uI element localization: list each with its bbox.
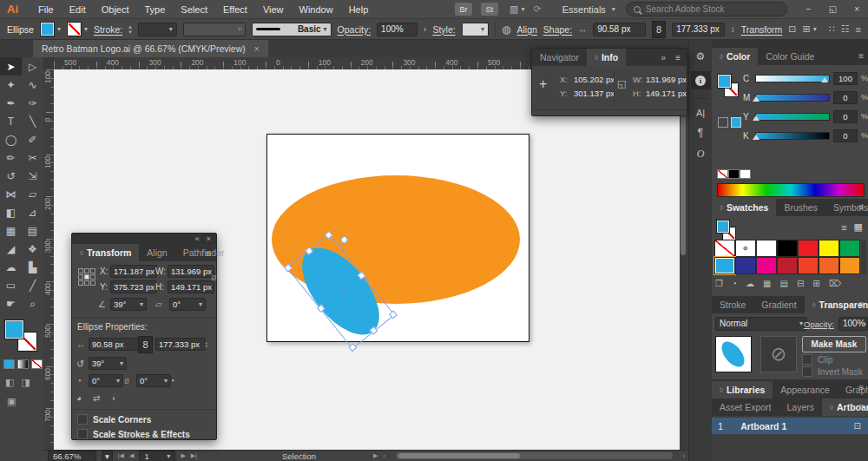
color-mode-button[interactable] [3, 359, 15, 369]
panel-menu-icon[interactable]: ≡ [858, 300, 864, 309]
swatch-fff200[interactable] [819, 240, 839, 257]
tab-align[interactable]: Align [139, 244, 174, 261]
tr-h-field[interactable]: 149.171 px [168, 280, 214, 293]
select-similar-icon[interactable]: ∷ [829, 23, 835, 35]
column-graph-tool[interactable]: ▙ [22, 258, 43, 276]
paintbrush-tool[interactable]: ✐ [22, 130, 43, 148]
first-artboard-icon[interactable]: |◀ [118, 452, 124, 459]
pie-start-chevron-icon[interactable]: ▾ [116, 375, 120, 386]
width-tool[interactable]: ⋈ [0, 185, 22, 203]
menu-item-window[interactable]: Window [292, 4, 341, 15]
brush-definition-select[interactable]: Basic ▾ [252, 23, 332, 36]
document-setup-icon[interactable]: ◍ [502, 23, 510, 36]
stroke-weight-chevron-icon[interactable]: ▾ [169, 23, 173, 36]
mask-thumbnail[interactable]: ⊘ [760, 336, 797, 372]
isolate-chevron-icon[interactable]: ▾ [813, 25, 817, 33]
restore-button[interactable]: ◱ [820, 4, 845, 14]
slider-value-field[interactable]: 0 [833, 129, 858, 142]
variable-width-chevron-icon[interactable]: ▾ [238, 23, 241, 36]
tab-swatches[interactable]: ◊Swatches [712, 199, 776, 216]
panel-collapse-icon[interactable]: » [661, 53, 666, 63]
collapse-panel-icon[interactable]: « [195, 234, 200, 243]
none-swatch[interactable] [717, 169, 728, 179]
transparency-opacity-chevron-icon[interactable]: › [864, 319, 866, 328]
lasso-tool[interactable]: ∿ [22, 76, 43, 94]
next-artboard-icon[interactable]: ▶ [181, 452, 185, 459]
opacity-label[interactable]: Opacity: [338, 24, 372, 35]
transform-label[interactable]: Transform [741, 24, 782, 35]
pie-icon[interactable]: ◕ [76, 393, 82, 403]
shear-field[interactable]: 0° ▾ [169, 298, 206, 311]
delete-swatch-icon[interactable]: ⌦ [829, 279, 841, 288]
stroke-chevron-icon[interactable]: ▾ [84, 25, 88, 33]
opentype-panel-icon[interactable]: O [697, 148, 705, 161]
align-label[interactable]: Align [516, 24, 536, 35]
add-theme-icon[interactable]: ☁ [746, 279, 754, 288]
swatch-ec008c[interactable] [756, 257, 777, 274]
tab-info[interactable]: ◊Info [587, 49, 626, 66]
swatch-be1e2d[interactable] [777, 257, 798, 274]
swap-angles-icon[interactable]: ⇄ [93, 393, 100, 403]
ellipse-height-field[interactable]: 177.333 px [155, 338, 206, 351]
hand-tool[interactable]: ☛ [0, 294, 22, 313]
tr-x-field[interactable]: 171.187 px [110, 265, 157, 278]
menu-item-edit[interactable]: Edit [62, 4, 94, 15]
actions-gear-icon[interactable]: ⚙ [696, 50, 706, 63]
new-swatch-icon[interactable]: ⊞ [812, 279, 819, 288]
draw-normal-icon[interactable]: ◧ [5, 377, 14, 388]
magic-wand-tool[interactable]: ✦ [0, 76, 22, 94]
fill-color-swatch[interactable] [40, 22, 55, 36]
selection-tool[interactable]: ➤ [0, 57, 22, 76]
swatch-f26522[interactable] [819, 257, 839, 274]
horizontal-scrollbar[interactable] [396, 452, 673, 459]
none-mode-button[interactable] [31, 359, 43, 369]
swatches-fill-swatch[interactable] [716, 220, 730, 234]
scale-strokes-checkbox[interactable] [77, 429, 88, 439]
stepper-down-icon[interactable]: ▾ [128, 30, 132, 35]
stroke-stepper[interactable]: ▴ ▾ [128, 24, 132, 35]
search-input[interactable]: Search Adobe Stock [626, 2, 787, 16]
ellipse-tool[interactable]: ◯ [0, 130, 22, 148]
transparency-opacity-label[interactable]: Opacity: [804, 319, 834, 329]
slider-track[interactable] [755, 113, 830, 121]
gradient-tool[interactable]: ▤ [22, 221, 43, 240]
artboard-page-icon[interactable]: ⊡ [854, 421, 861, 431]
style-chevron-icon[interactable]: ▾ [481, 23, 484, 36]
pie-end-field[interactable]: 0° ▾ [136, 374, 171, 387]
workspace-switcher[interactable]: Essentials [562, 4, 606, 15]
swatch-scrollbar[interactable] [861, 240, 866, 274]
ellipse-constrain-toggle[interactable]: 8 [138, 336, 153, 353]
menu-item-effect[interactable]: Effect [215, 4, 255, 15]
stock-button[interactable]: St [481, 3, 498, 16]
brush-chevron-icon[interactable]: ▾ [324, 23, 327, 36]
shape-width-field[interactable]: 90.58 px [593, 23, 646, 36]
swatch-ef4123[interactable] [798, 257, 819, 274]
shape-label[interactable]: Shape: [543, 24, 572, 35]
artboard-name[interactable]: Artboard 1 [740, 421, 786, 431]
swatch-ffffff[interactable] [756, 240, 777, 257]
menu-item-file[interactable]: File [30, 4, 62, 15]
show-kinds-icon[interactable]: ▦ [763, 279, 771, 288]
grid-view-icon[interactable]: ▦ [854, 221, 863, 233]
clip-checkbox[interactable] [802, 354, 812, 365]
paragraph-panel-icon[interactable]: ¶ [698, 127, 703, 139]
pen-tool[interactable]: ✒ [0, 94, 22, 112]
eyedropper-tool[interactable]: ◢ [0, 240, 22, 258]
minimize-button[interactable]: − [798, 4, 820, 14]
toolbar-fill-swatch[interactable] [4, 319, 24, 339]
menu-item-type[interactable]: Type [137, 4, 174, 15]
ellipse-width-field[interactable]: 90.58 px [89, 338, 139, 351]
rotate-tool[interactable]: ↺ [0, 167, 22, 185]
transform-panel-menu-icon[interactable]: ≡ [206, 249, 211, 259]
swatch-29abe2[interactable] [714, 257, 735, 274]
hscroll-right-icon[interactable]: › [683, 453, 685, 459]
arrange-chevron-icon[interactable]: ▾ [521, 5, 524, 13]
stroke-color-swatch[interactable] [67, 22, 82, 36]
pencil-tool[interactable]: ✏ [0, 148, 22, 167]
tab-appearance[interactable]: Appearance [773, 381, 838, 398]
scale-corners-checkbox[interactable] [77, 414, 88, 425]
color-spectrum-bar[interactable] [717, 183, 865, 197]
reference-point-locator[interactable] [78, 268, 96, 286]
opacity-chevron-icon[interactable]: › [424, 24, 426, 34]
hscroll-left-icon[interactable]: ‹ [383, 453, 385, 459]
